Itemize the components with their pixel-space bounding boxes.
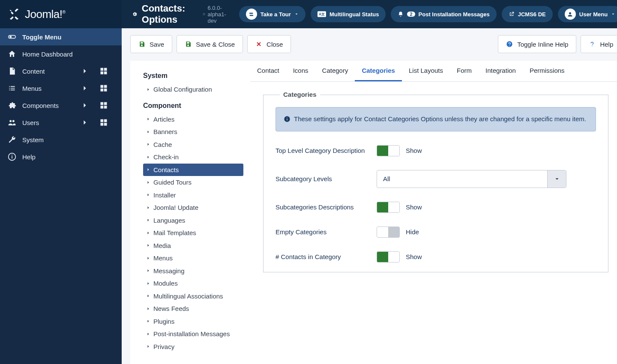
chevron-right-icon: [146, 180, 151, 185]
svg-rect-16: [101, 102, 104, 105]
sidebar-item-components[interactable]: Components: [0, 97, 122, 114]
multilingual-status-button[interactable]: A文 Multilingual Status: [311, 6, 386, 22]
nav-item-post-installation-messages[interactable]: Post-installation Messages: [143, 328, 243, 340]
nav-item-installer[interactable]: Installer: [143, 189, 243, 202]
map-signs-icon: [248, 11, 255, 18]
grid-icon[interactable]: [99, 67, 108, 75]
save-close-button[interactable]: Save & Close: [177, 35, 243, 53]
info-icon: [8, 152, 16, 161]
grid-icon[interactable]: [99, 118, 108, 127]
grid-icon[interactable]: [99, 84, 108, 92]
gear-icon: [132, 9, 138, 19]
nav-item-news-feeds[interactable]: News Feeds: [143, 302, 243, 315]
wrench-icon: [8, 135, 16, 144]
nav-item-multilingual-associations[interactable]: Multilingual Associations: [143, 290, 243, 303]
field-label: Subcategories Descriptions: [276, 203, 377, 211]
nav-item-languages[interactable]: Languages: [143, 214, 243, 227]
page-title: Contacts: Options: [132, 3, 189, 25]
chevron-right-icon: [146, 331, 151, 337]
post-install-messages-button[interactable]: 2 Post Installation Messages: [391, 6, 496, 22]
take-tour-button[interactable]: Take a Tour: [239, 6, 306, 22]
language-icon: A文: [317, 11, 326, 17]
component-heading: Component: [143, 102, 243, 110]
options-panel: ContactIconsCategoryCategoriesList Layou…: [250, 61, 617, 364]
tab-categories[interactable]: Categories: [355, 61, 402, 81]
chevron-right-icon: [146, 256, 151, 261]
chevron-right-icon: [146, 167, 151, 172]
tab-list-layouts[interactable]: List Layouts: [402, 61, 450, 81]
chevron-right-icon: [146, 87, 151, 92]
nav-item-guided-tours[interactable]: Guided Tours: [143, 176, 243, 189]
toggle-switch[interactable]: [377, 202, 400, 213]
tab-form[interactable]: Form: [450, 61, 479, 81]
sidebar-item-help[interactable]: Help: [0, 148, 122, 165]
nav-item-privacy[interactable]: Privacy: [143, 340, 243, 353]
close-button[interactable]: Close: [247, 35, 291, 53]
tab-integration[interactable]: Integration: [479, 61, 523, 81]
tab-permissions[interactable]: Permissions: [523, 61, 572, 81]
home-icon: [8, 50, 16, 58]
sidebar-item-users[interactable]: Users: [0, 114, 122, 131]
svg-rect-23: [104, 123, 107, 126]
header-bar: Contacts: Options 6.0.0-alpha1-dev Take …: [122, 0, 617, 28]
sidebar-item-menus[interactable]: Menus: [0, 80, 122, 97]
chevron-right-icon: [146, 268, 151, 273]
nav-item-check-in[interactable]: Check-in: [143, 151, 243, 164]
nav-item-plugins[interactable]: Plugins: [143, 315, 243, 328]
select-dropdown[interactable]: All: [377, 170, 566, 188]
site-link-button[interactable]: JCMS6 DE: [502, 6, 553, 22]
svg-rect-12: [101, 85, 104, 88]
nav-item-messaging[interactable]: Messaging: [143, 265, 243, 277]
chevron-right-icon: [146, 205, 151, 210]
close-icon: [255, 41, 262, 48]
tab-contact[interactable]: Contact: [250, 61, 286, 81]
nav-item-cache[interactable]: Cache: [143, 138, 243, 151]
toggle-menu-button[interactable]: Toggle Menu: [0, 28, 122, 45]
nav-item-banners[interactable]: Banners: [143, 125, 243, 138]
info-circle-icon: [284, 116, 291, 122]
nav-item-contacts[interactable]: Contacts: [143, 164, 243, 176]
svg-point-0: [203, 13, 204, 14]
question-icon: [589, 41, 596, 48]
chevron-right-icon: [146, 155, 151, 160]
categories-fieldset: Categories These settings apply for Cont…: [263, 95, 608, 272]
form-row: Subcategories DescriptionsShow: [276, 202, 596, 213]
nav-item-media[interactable]: Media: [143, 239, 243, 252]
sidebar-item-system[interactable]: System: [0, 131, 122, 148]
chevron-right-icon: [146, 192, 151, 197]
user-icon: [567, 11, 573, 18]
chevron-right-icon: [146, 129, 151, 134]
save-button[interactable]: Save: [130, 35, 172, 53]
toggle-inline-help-button[interactable]: Toggle Inline Help: [498, 35, 576, 53]
svg-rect-11: [104, 72, 107, 75]
svg-point-3: [204, 15, 205, 15]
nav-item-mail-templates[interactable]: Mail Templates: [143, 227, 243, 239]
config-nav-panel: System Global Configuration Component Ar…: [130, 61, 250, 364]
tab-category[interactable]: Category: [315, 61, 355, 81]
chevron-right-icon: [81, 101, 89, 110]
user-menu-button[interactable]: User Menu: [558, 6, 617, 22]
nav-item-joomla-update[interactable]: Joomla! Update: [143, 201, 243, 214]
nav-item-menus[interactable]: Menus: [143, 252, 243, 265]
nav-item-articles[interactable]: Articles: [143, 113, 243, 126]
list-icon: [8, 84, 16, 92]
save-icon: [138, 41, 145, 48]
toggle-switch[interactable]: [377, 227, 400, 238]
grid-icon[interactable]: [99, 101, 108, 110]
question-circle-icon: [506, 41, 513, 48]
toggle-switch[interactable]: [377, 145, 400, 156]
tab-icons[interactable]: Icons: [286, 61, 315, 81]
svg-text:A文: A文: [319, 12, 325, 16]
chevron-right-icon: [81, 118, 89, 127]
fieldset-legend: Categories: [280, 91, 320, 98]
svg-rect-14: [101, 89, 104, 92]
toolbar: Save Save & Close Close Toggle Inline He…: [130, 35, 617, 53]
sidebar-item-home[interactable]: Home Dashboard: [0, 45, 122, 63]
help-button[interactable]: Help: [581, 35, 617, 53]
sidebar-item-content[interactable]: Content: [0, 63, 122, 80]
nav-item-modules[interactable]: Modules: [143, 277, 243, 290]
bell-icon: [398, 11, 404, 17]
svg-rect-17: [104, 102, 107, 105]
toggle-switch[interactable]: [377, 251, 400, 263]
nav-global-config[interactable]: Global Configuration: [143, 83, 243, 96]
